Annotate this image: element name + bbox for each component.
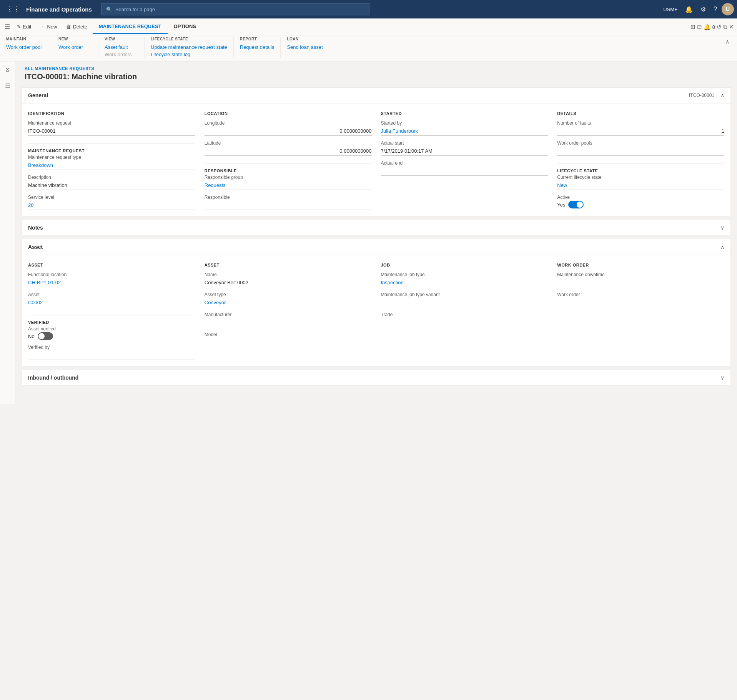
badge-count: 0 [712, 24, 715, 30]
active-toggle-yes-label: Yes [557, 202, 565, 208]
tab-maintenance-request[interactable]: MAINTENANCE REQUEST [93, 20, 168, 34]
manufacturer-field: Manufacturer [205, 312, 372, 327]
asset-right-label: ASSET [205, 261, 372, 267]
page-title: ITCO-00001: Machine vibration [25, 72, 728, 81]
settings-icon[interactable]: ⚙ [697, 3, 709, 15]
ribbon-lifecycle-log[interactable]: Lifecycle state log [151, 51, 227, 58]
work-order-group: WORK ORDER Maintenance downtime Work ord… [557, 261, 724, 307]
maint-req-type-value[interactable]: Breakdown [28, 162, 195, 170]
service-level-value[interactable]: 20 [28, 202, 195, 210]
func-location-value[interactable]: CH-BP1-01-02 [28, 279, 195, 287]
started-by-value[interactable]: Julia Funderburk [381, 127, 548, 136]
responsible-group: RESPONSIBLE Responsible group Requests R… [205, 162, 372, 210]
asset-name-field: Name Conveyor Belt 0002 [205, 272, 372, 287]
asset-section-header[interactable]: Asset ∧ [22, 239, 730, 255]
general-collapse-icon[interactable]: ∧ [720, 92, 724, 98]
asset-type-value[interactable]: Conveyor [205, 299, 372, 307]
active-toggle-group: Active Yes [557, 195, 724, 208]
search-input[interactable] [115, 7, 365, 12]
job-variant-field: Maintenance job type variant [381, 292, 548, 307]
responsible-group-field: Responsible group Requests [205, 175, 372, 190]
resp-group-value[interactable]: Requests [205, 182, 372, 190]
refresh-icon[interactable]: ↺ [717, 23, 722, 30]
ribbon-report-label: REPORT [240, 37, 275, 41]
lifecycle-label: LIFECYCLE STATE [557, 163, 724, 173]
started-by-label: Started by [381, 120, 548, 126]
identification-label: IDENTIFICATION [28, 110, 195, 116]
func-location-label: Functional location [28, 272, 195, 277]
avatar[interactable]: U [722, 3, 734, 15]
close-icon[interactable]: ✕ [729, 23, 734, 30]
maint-req-type-field: Maintenance request type Breakdown [28, 155, 195, 170]
asset-col2: ASSET Name Conveyor Belt 0002 Asset type… [205, 261, 372, 360]
grid-view-icon[interactable]: ⊞ [690, 23, 695, 30]
inbound-section-header[interactable]: Inbound / outbound ∨ [22, 370, 730, 385]
general-section-header[interactable]: General ITCO-00001 ∧ [22, 88, 730, 103]
delete-button[interactable]: 🗑 Delete [62, 22, 91, 32]
actual-start-label: Actual start [381, 140, 548, 146]
notifications-badge-icon[interactable]: 🔔 0 [704, 23, 715, 30]
manufacturer-value [205, 319, 372, 327]
bottom-spacer [15, 389, 737, 404]
help-icon[interactable]: ? [710, 3, 720, 15]
active-toggle-label: Active [557, 195, 724, 200]
command-bar: ☰ ✎ Edit ＋ New 🗑 Delete MAINTENANCE REQU… [0, 18, 737, 35]
ribbon-asset-fault[interactable]: Asset fault [105, 43, 138, 51]
ribbon-work-order[interactable]: Work order [58, 43, 92, 51]
ribbon-new-label: NEW [58, 37, 92, 41]
page-header: ALL MAINTENANCE REQUESTS ITCO-00001: Mac… [15, 62, 737, 84]
maintenance-request-group: MAINTENANCE REQUEST Maintenance request … [28, 142, 195, 210]
current-lifecycle-field: Current lifecycle state New [557, 175, 724, 190]
service-level-field: Service level 20 [28, 195, 195, 210]
trade-label: Trade [381, 312, 548, 317]
details-label: DETAILS [557, 110, 724, 116]
job-type-value[interactable]: Inspection [381, 279, 548, 287]
ribbon-send-loan-asset[interactable]: Send loan asset [287, 43, 323, 51]
active-toggle[interactable] [568, 201, 584, 208]
waffle-menu-icon[interactable]: ⋮⋮ [3, 3, 23, 15]
asset-type-field: Asset type Conveyor [205, 292, 372, 307]
apps-icon[interactable]: ⊟ [697, 23, 702, 30]
ribbon-work-orders[interactable]: Work orders [105, 51, 138, 58]
job-type-field: Maintenance job type Inspection [381, 272, 548, 287]
ribbon-request-details[interactable]: Request details [240, 43, 275, 51]
maint-req-type-label: Maintenance request type [28, 155, 195, 160]
model-label: Model [205, 332, 372, 337]
notes-section-header[interactable]: Notes ∨ [22, 220, 730, 235]
content-area: ALL MAINTENANCE REQUESTS ITCO-00001: Mac… [15, 62, 737, 404]
asset-section-title: Asset [28, 244, 43, 250]
notification-icon[interactable]: 🔔 [682, 3, 696, 15]
search-bar[interactable]: 🔍 [101, 3, 370, 15]
num-faults-label: Number of faults [557, 120, 724, 126]
filter-icon[interactable]: ⧖ [4, 65, 11, 75]
edit-button[interactable]: ✎ Edit [13, 22, 35, 32]
asset-type-label: Asset type [205, 292, 372, 297]
ribbon-group-loan: LOAN Send loan asset [281, 37, 329, 58]
asset-collapse-icon[interactable]: ∧ [720, 244, 724, 250]
ribbon-work-order-pool[interactable]: Work order pool [6, 43, 46, 51]
hamburger-icon[interactable]: ☰ [3, 22, 12, 32]
asset-id-value[interactable]: C0002 [28, 299, 195, 307]
ribbon-update-state[interactable]: Update maintenance request state [151, 43, 227, 51]
ribbon-collapse-icon[interactable]: ∧ [724, 37, 731, 46]
actual-end-value [381, 167, 548, 176]
new-button[interactable]: ＋ New [37, 21, 61, 33]
ribbon-loan-label: LOAN [287, 37, 323, 41]
current-lifecycle-value[interactable]: New [557, 182, 724, 190]
downtime-value [557, 279, 724, 287]
notes-collapse-icon[interactable]: ∨ [720, 225, 724, 231]
asset-left-label: ASSET [28, 261, 195, 267]
verified-toggle[interactable] [38, 332, 53, 340]
inbound-collapse-icon[interactable]: ∨ [720, 375, 724, 381]
list-icon[interactable]: ☰ [3, 81, 12, 91]
asset-col4: WORK ORDER Maintenance downtime Work ord… [557, 261, 724, 360]
general-section-body: IDENTIFICATION Maintenance request ITCO-… [22, 103, 730, 216]
open-icon[interactable]: ⧉ [723, 23, 727, 30]
longitude-field: Longitude 0.0000000000 [205, 120, 372, 136]
maint-req-desc-value: Machine vibration [28, 182, 195, 190]
tab-options[interactable]: OPTIONS [168, 20, 203, 34]
breadcrumb[interactable]: ALL MAINTENANCE REQUESTS [25, 66, 728, 71]
asset-form-columns: ASSET Functional location CH-BP1-01-02 A… [28, 261, 724, 360]
maint-req-id-label: Maintenance request [28, 120, 195, 126]
nav-right: USMF 🔔 ⚙ ? U [660, 3, 734, 15]
